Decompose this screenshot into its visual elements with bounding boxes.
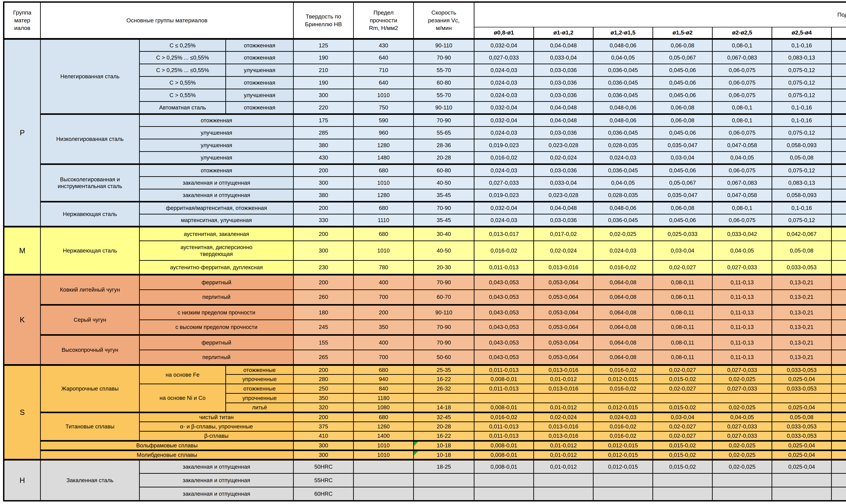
feed-value[interactable] <box>593 393 653 403</box>
material-label[interactable]: отожженная <box>139 114 294 126</box>
feed-value[interactable]: 0,03-0,036 <box>534 64 593 76</box>
feed-value[interactable]: 0,06-0,08 <box>653 102 712 114</box>
rm-value[interactable]: 700 <box>353 350 413 365</box>
feed-value[interactable]: 0,023-0,028 <box>534 139 593 151</box>
feed-value[interactable]: 0,015-0,02 <box>653 460 712 473</box>
feed-value[interactable]: 0,02-0,025 <box>712 450 772 460</box>
feed-value[interactable]: 0,012-0,015 <box>593 450 653 460</box>
material-label[interactable]: C > 0,25% ... ≤0,55% <box>139 64 226 76</box>
hb-value[interactable]: 200 <box>294 227 353 241</box>
hb-value[interactable]: 175 <box>294 114 353 126</box>
feed-value[interactable]: 0,13-0,21 <box>772 320 831 335</box>
feed-value[interactable]: 0,13-0,21 <box>772 335 831 350</box>
feed-value[interactable]: 0,06-0,075 <box>712 164 772 177</box>
feed-value[interactable] <box>474 393 534 403</box>
feed-value[interactable]: 0,053-0,064 <box>534 275 593 290</box>
feed-value[interactable]: 0,024-0,03 <box>474 89 534 102</box>
feed-value[interactable]: 0,064-0,08 <box>593 305 653 320</box>
feed-value[interactable]: 0,04-0,05 <box>712 151 772 164</box>
vc-value[interactable]: 18-25 <box>413 460 474 473</box>
vc-value[interactable] <box>413 487 474 501</box>
vc-value[interactable]: 16-22 <box>413 375 474 384</box>
feed-value[interactable]: 0,016-0,02 <box>474 241 534 260</box>
feed-value[interactable]: 0,04-0,048 <box>534 114 593 126</box>
feed-value[interactable]: 0,03-0,04 <box>653 412 712 422</box>
feed-value[interactable]: 0,03-0,036 <box>534 76 593 89</box>
feed-value[interactable]: 0,13-0,21 <box>772 290 831 305</box>
feed-value[interactable]: 0,043-0,053 <box>474 275 534 290</box>
feed-value[interactable]: 0,035-0,047 <box>653 139 712 151</box>
feed-value[interactable]: 0,008-0,01 <box>474 450 534 460</box>
vc-value[interactable]: 55-70 <box>413 89 474 102</box>
header-material-group[interactable]: Группа матер иалов <box>4 2 40 39</box>
feed-value[interactable]: 0,083-0,13 <box>772 177 831 189</box>
feed-value[interactable]: 0,03-0,04 <box>653 151 712 164</box>
feed-value[interactable]: 0,036-0,045 <box>593 64 653 76</box>
feed-value[interactable]: 0,045-0,06 <box>653 164 712 177</box>
feed-value[interactable]: 0,02-0,025 <box>712 460 772 473</box>
feed-value[interactable] <box>653 487 712 501</box>
feed-value[interactable]: 0,06-0,075 <box>712 64 772 76</box>
feed-value[interactable]: 0,02-0,025 <box>712 375 772 384</box>
feed-value[interactable]: 0,075-0,12 <box>772 164 831 177</box>
hb-value[interactable]: 200 <box>294 164 353 177</box>
rm-value[interactable]: 1010 <box>353 241 413 260</box>
rm-value[interactable]: 400 <box>353 335 413 350</box>
feed-value[interactable]: 0,053-0,067 <box>831 431 846 441</box>
feed-value[interactable]: 0,024-0,03 <box>474 76 534 89</box>
rm-value[interactable]: 590 <box>353 114 413 126</box>
feed-value[interactable]: 0,016-0,02 <box>593 431 653 441</box>
vc-value[interactable]: 50-60 <box>413 350 474 365</box>
feed-value[interactable]: 0,05-0,067 <box>653 51 712 64</box>
feed-value[interactable]: 0,06-0,08 <box>653 114 712 126</box>
feed-value[interactable]: 0,024-0,03 <box>474 126 534 139</box>
material-label[interactable]: Автоматная сталь <box>139 102 226 114</box>
feed-value[interactable]: 0,04-0,05 <box>831 450 846 460</box>
material-label[interactable]: отожженная <box>226 51 294 64</box>
feed-value[interactable]: 0,075-0,12 <box>772 64 831 76</box>
hb-value[interactable]: 50HRC <box>294 460 353 473</box>
feed-value[interactable]: 0,024-0,03 <box>474 64 534 76</box>
feed-value[interactable]: 0,036-0,045 <box>593 126 653 139</box>
rm-value[interactable]: 1280 <box>353 189 413 202</box>
feed-value[interactable]: 0,011-0,013 <box>474 260 534 275</box>
feed-value[interactable]: 0,016-0,02 <box>474 151 534 164</box>
rm-value[interactable]: 640 <box>353 51 413 64</box>
feed-value[interactable]: 0,01-0,012 <box>534 403 593 412</box>
feed-value[interactable] <box>772 393 831 403</box>
material-label[interactable]: Серый чугун <box>40 305 139 335</box>
hb-value[interactable]: 380 <box>294 139 353 151</box>
material-label[interactable]: улучшенная <box>139 151 294 164</box>
vc-value[interactable]: 35-45 <box>413 214 474 227</box>
feed-value[interactable]: 0,033-0,053 <box>772 365 831 375</box>
feed-value[interactable] <box>712 487 772 501</box>
feed-value[interactable]: 0,033-0,04 <box>534 51 593 64</box>
header-strength[interactable]: Предел прочности Rm, Н/мм2 <box>353 2 413 39</box>
feed-value[interactable]: 0,04-0,048 <box>534 39 593 51</box>
feed-value[interactable]: 0,019-0,023 <box>474 189 534 202</box>
material-label[interactable]: упрочненные <box>226 393 294 403</box>
rm-value[interactable]: 680 <box>353 164 413 177</box>
feed-value[interactable]: 0,03-0,04 <box>653 241 712 260</box>
hb-value[interactable]: 300 <box>294 441 353 450</box>
feed-value[interactable]: 0,02-0,027 <box>653 384 712 393</box>
feed-value[interactable]: 0,03-0,036 <box>534 164 593 177</box>
feed-value[interactable]: 0,019-0,023 <box>474 139 534 151</box>
feed-value[interactable]: 0,015-0,02 <box>653 441 712 450</box>
material-label[interactable]: Нержавеющая сталь <box>40 227 139 275</box>
material-label[interactable]: с высоким пределом прочности <box>139 320 294 335</box>
feed-value[interactable]: 0,067-0,083 <box>712 177 772 189</box>
feed-value[interactable]: 0,08-0,1 <box>712 114 772 126</box>
header-diameter-2[interactable]: ø1-ø1,2 <box>534 27 593 39</box>
feed-value[interactable]: 0,013-0,016 <box>534 384 593 393</box>
material-label[interactable]: закаленная и отпущенная <box>139 487 294 501</box>
feed-value[interactable]: 0,025-0,04 <box>772 441 831 450</box>
hb-value[interactable]: 155 <box>294 335 353 350</box>
feed-value[interactable]: 0,035-0,047 <box>653 189 712 202</box>
rm-value[interactable]: 640 <box>353 76 413 89</box>
feed-value[interactable]: 0,064-0,08 <box>593 320 653 335</box>
hb-value[interactable]: 200 <box>294 275 353 290</box>
feed-value[interactable]: 0,01-0,012 <box>534 460 593 473</box>
vc-value[interactable]: 20-30 <box>413 260 474 275</box>
material-label[interactable]: Ковкий литейный чугун <box>40 275 139 305</box>
